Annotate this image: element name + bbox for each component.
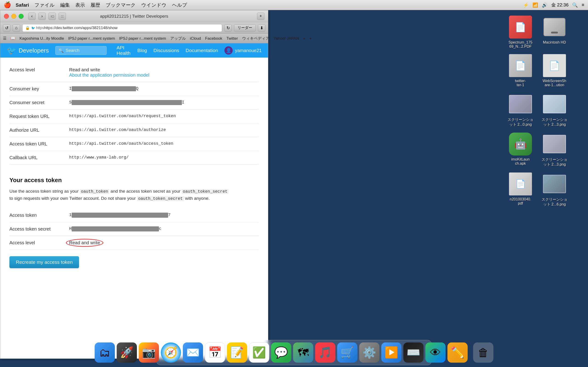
label-at-access-level: Access level [9,240,69,245]
menu-file[interactable]: ファイル [35,2,55,8]
desktop-icon-pdf2[interactable]: 📄 n201003040.pdf [504,171,536,209]
nav-api-health[interactable]: API Health [117,45,131,56]
dock-quicktime[interactable]: ▶️ [381,342,401,363]
nav-documentation[interactable]: Documentation [186,48,218,53]
bookmark-icon: ☰ [3,36,6,41]
add-bookmark-button[interactable]: + [309,36,312,41]
tabs-button[interactable]: ::: [59,13,66,20]
dock-reminders[interactable]: ✅ [249,342,269,363]
url-bar[interactable]: 🔒 🐦 https https://dev.twitter.com/apps/3… [22,24,222,32]
desktop-icon-ss3[interactable]: スクリーンショット 2...3.png [538,131,571,169]
new-tab-button[interactable]: + [257,13,264,20]
dock: 🗂 🚀 📷 🧭 ✉️ 📅 📝 ✅ 💬 🗺 🎵 🛒 ⚙️ ▶️ ⌨️ 👁 ✏️ 🗑 [156,340,432,365]
menu-history[interactable]: 履歴 [90,2,100,8]
bookmark-moodle[interactable]: Kagoshima U...ity Moodle [19,36,64,41]
dock-trash[interactable]: 🗑 [473,342,493,363]
user-avatar: 👤 [225,46,233,55]
desktop-icon-apk[interactable]: 🤖 imoKitLaunch.apk [504,131,536,169]
notification-icon[interactable]: ≡ [582,2,584,8]
label-access-token-url: Access token URL [9,141,69,147]
hd-label: Macintosh HD [543,40,566,44]
desktop-row-4: 🤖 imoKitLaunch.apk スクリーンショット 2...3.png [504,131,584,169]
access-token-title: Your access token [9,177,259,184]
consumer-secret-redacted [72,100,182,105]
ss3-label: スクリーンショット 2...3.png [542,157,567,167]
value-at: 1 7 [69,213,259,218]
label-request-token-url: Request token URL [9,114,69,119]
bookmark-ipsj1[interactable]: IPSJ paper r...ment system [68,36,115,41]
menu-help[interactable]: ヘルプ [172,2,187,8]
dock-terminal[interactable]: ⌨️ [403,342,424,363]
desktop-icon-ss2[interactable]: スクリーンショット 2...3.png [538,91,571,129]
forward-button[interactable]: › [38,13,46,20]
ss1-icon [509,93,532,116]
share-button[interactable]: ↑□ [48,13,56,20]
bookmark-wikipedia[interactable]: ウィキペディア [242,36,269,41]
twitter-bird-icon: 🐦 [7,46,16,55]
dock-messages[interactable]: 💬 [271,342,291,363]
reader-button[interactable]: リーダー [234,24,256,31]
download-icon[interactable]: ⬇ [258,24,265,32]
bookmark-icloud[interactable]: iCloud [190,36,201,41]
value-at-access-level: Read and write [69,240,259,245]
dock-calendar[interactable]: 📅 [205,342,225,363]
bookmark-apple[interactable]: アップル [170,36,186,41]
dock-notes[interactable]: 📝 [227,342,247,363]
value-consumer-key: I Q [69,86,259,92]
dock-sketch[interactable]: ✏️ [447,342,468,363]
menu-view[interactable]: 表示 [75,2,85,8]
twitter-search-box[interactable]: 🔍 Search [55,46,107,55]
dock-appstore[interactable]: 🛒 [337,342,357,363]
username-label: yamanoue21 [235,48,262,53]
dock-settings[interactable]: ⚙️ [359,342,380,363]
dock-music[interactable]: 🎵 [315,342,335,363]
nav-blog[interactable]: Blog [137,48,147,53]
dock-finder[interactable]: 🗂 [95,342,115,363]
value-authorize-url: https://api.twitter.com/oauth/authorize [69,127,259,133]
bookmark-more[interactable]: » [303,36,305,41]
desktop-icon-ss1[interactable]: スクリーンショット 2...0.png [504,91,536,129]
value-callback-url: http://www.yama-lab.org/ [69,155,259,160]
spotlight-icon[interactable]: 🔍 [572,2,578,8]
access-level-text: Read and write [69,67,259,73]
nav-discussions[interactable]: Discussions [153,48,179,53]
menu-window[interactable]: ウインドウ [141,2,166,8]
desktop-icon-webscreen[interactable]: 📄 WebScreenShare-1...ution [538,52,571,89]
menu-bookmarks[interactable]: ブックマーク [106,2,136,8]
permission-model-link[interactable]: About the application permission model [69,73,149,77]
back-button[interactable]: ‹ [28,13,36,20]
apple-menu[interactable]: 🍎 [4,1,11,8]
value-access-level: Read and write About the application per… [69,67,259,78]
traffic-lights [4,14,24,19]
bookmark-yahoo[interactable]: Yahoo! JAPAN [274,36,299,41]
recreate-access-token-button[interactable]: Recreate my access token [9,256,79,268]
bookmark-facebook[interactable]: Facebook [205,36,222,41]
dock-safari[interactable]: 🧭 [161,342,181,363]
menu-safari[interactable]: Safari [16,2,29,8]
desktop-icon-pdf[interactable]: 📄 Spectrum_17569_N...2.PDF [504,14,536,50]
reload-button[interactable]: ↺ [3,24,10,32]
dock-launchpad[interactable]: 🚀 [117,342,137,363]
desktop-icon-hd[interactable]: Macintosh HD [538,14,571,50]
dock-photos[interactable]: 📷 [139,342,159,363]
desktop-icon-ss4[interactable]: スクリーンショット 2...6.png [538,171,571,209]
volume-icon: 🔊 [542,2,548,8]
maximize-button[interactable] [19,14,24,19]
desktop-icon-twitter[interactable]: 📄 twitter-ter-1 [504,52,536,89]
dock-mail[interactable]: ✉️ [183,342,203,363]
developers-label: Developers [19,47,49,54]
twitter-user-area: 👤 yamanoue21 [225,46,262,55]
value-request-token-url: https://api.twitter.com/oauth/request_to… [69,114,259,119]
home-button[interactable]: ⌂ [13,24,20,32]
bookmark-ipsj2[interactable]: IPSJ paper r...ment system [119,36,166,41]
dock-maps[interactable]: 🗺 [293,342,313,363]
webscreen-label: WebScreenShare-1...ution [543,79,566,87]
close-button[interactable] [4,14,9,19]
menu-edit[interactable]: 編集 [60,2,70,8]
minimize-button[interactable] [11,14,16,19]
refresh-icon[interactable]: ↻ [225,24,232,32]
webscreen-icon: 📄 [543,54,566,77]
menu-bar-right: ⚡ 📶 🔊 金 22:36 🔍 ≡ [523,2,584,8]
dock-preview[interactable]: 👁 [425,342,446,363]
bookmark-twitter[interactable]: Twitter [226,36,238,41]
